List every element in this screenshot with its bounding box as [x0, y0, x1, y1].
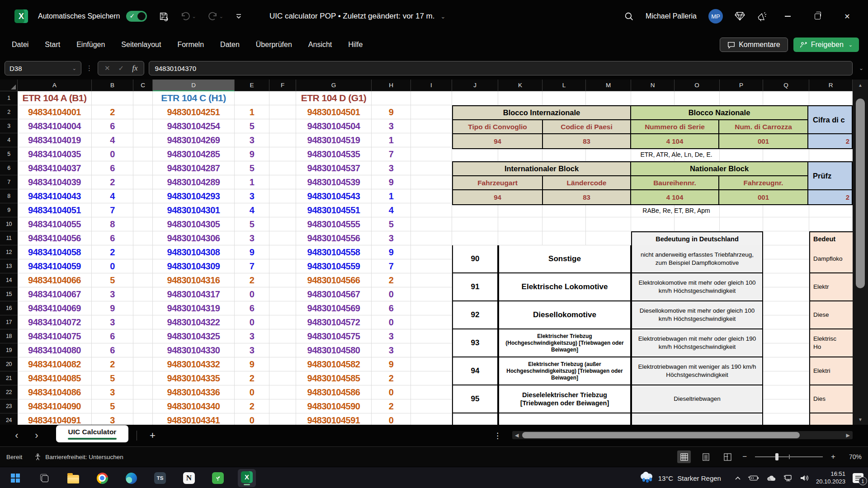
meaning-desc-cell[interactable]: Diesellokomotive mit mehr oder gleich 10…	[631, 300, 763, 329]
ribbon-tab-hilfe[interactable]: Hilfe	[348, 41, 363, 49]
meaning-name-cell[interactable]	[498, 413, 631, 425]
green-app-button[interactable]	[209, 469, 227, 487]
block-table-subheader[interactable]: Nummero di Serie	[631, 120, 719, 134]
ribbon-tab-datei[interactable]: Datei	[12, 41, 28, 49]
vertical-scroll-thumb[interactable]	[856, 99, 865, 288]
block-table-value[interactable]: 4 104	[631, 190, 719, 204]
column-header-M[interactable]: M	[586, 80, 631, 91]
scroll-up-icon[interactable]: ▲	[853, 80, 868, 89]
meaning-code-cell[interactable]: 92	[452, 300, 498, 329]
ribbon-tab-überprüfen[interactable]: Überprüfen	[256, 41, 292, 49]
meaning-right-cell[interactable]: Diese	[809, 300, 853, 329]
block-table-check-value[interactable]: 2	[808, 190, 852, 204]
redo-button[interactable]: ⌄	[208, 12, 223, 21]
block-table-value[interactable]: 94	[453, 190, 543, 204]
block-table-value[interactable]: 94	[453, 134, 543, 148]
search-icon[interactable]	[624, 12, 634, 21]
meaning-name-cell[interactable]: Elektrischer Triebzug (Hochgeschwindigke…	[498, 328, 631, 357]
column-header-O[interactable]: O	[675, 80, 720, 91]
meaning-right-cell[interactable]: Dampfloko	[809, 245, 853, 273]
grid-gap-cell[interactable]	[763, 245, 809, 273]
prev-sheet-icon[interactable]: ‹	[10, 430, 24, 441]
autosave-toggle[interactable]: ✓	[126, 11, 147, 22]
meaning-desc-cell[interactable]: Dieseltriebwagen	[631, 385, 763, 413]
column-header-D[interactable]: D	[153, 80, 235, 91]
meaning-right-cell[interactable]: Elektrisc Ho	[809, 328, 853, 357]
quick-access-toolbar-button[interactable]	[235, 13, 242, 19]
meaning-right-cell[interactable]	[809, 413, 853, 425]
vertical-scrollbar[interactable]: ▲ ▼	[853, 80, 868, 425]
grid-gap-cell[interactable]	[763, 328, 809, 357]
grid-gap-cell[interactable]	[763, 272, 809, 301]
meaning-desc-cell[interactable]: Elektrotriebwagen mit mehr oder gleich 1…	[631, 328, 763, 357]
meaning-header-right[interactable]: Bedeut	[809, 231, 853, 246]
column-header-B[interactable]: B	[92, 80, 133, 91]
meaning-right-cell[interactable]: Elektri	[809, 357, 853, 385]
column-header-C[interactable]: C	[133, 80, 153, 91]
battery-icon[interactable]	[748, 475, 759, 481]
block-table-check-value[interactable]: 2	[808, 134, 852, 148]
meaning-code-cell[interactable]: 90	[452, 245, 498, 273]
normal-view-button[interactable]	[677, 450, 691, 463]
share-button[interactable]: Freigeben ⌄	[793, 38, 859, 52]
chrome-button[interactable]	[93, 469, 111, 487]
add-sheet-button[interactable]: +	[150, 430, 156, 441]
meaning-name-cell[interactable]: Elektrische Lokomotive	[498, 272, 631, 301]
column-header-Q[interactable]: Q	[763, 80, 809, 91]
volume-icon[interactable]	[800, 474, 809, 482]
zoom-level[interactable]: 70%	[844, 453, 862, 460]
meaning-name-cell[interactable]: Dieselelektrischer Triebzug [Triebwagen …	[498, 385, 631, 413]
scroll-right-icon[interactable]: ▶	[846, 432, 850, 438]
document-title[interactable]: UIC calculator POP • Zuletzt geändert: v…	[269, 12, 446, 21]
column-header-G[interactable]: G	[296, 80, 372, 91]
network-icon[interactable]	[783, 474, 793, 482]
block-table-value[interactable]: 001	[719, 190, 808, 204]
block-table-subheader[interactable]: Tipo di Convoglio	[453, 120, 543, 134]
meaning-header[interactable]: Bedeutung in Deutschland	[631, 231, 763, 246]
notification-center-button[interactable]: 1	[853, 473, 863, 483]
meaning-code-cell[interactable]: 93	[452, 328, 498, 357]
minimize-button[interactable]	[778, 16, 797, 17]
horizontal-scrollbar[interactable]: ◀ ▶	[512, 431, 853, 439]
hidden-icons-chevron[interactable]	[735, 476, 741, 480]
meaning-right-cell[interactable]: Dies	[809, 385, 853, 413]
file-explorer-button[interactable]	[64, 469, 82, 487]
meaning-desc-cell[interactable]	[631, 413, 763, 425]
notion-button[interactable]: N	[180, 469, 198, 487]
block-table-subheader[interactable]: Baureihennr.	[631, 176, 719, 190]
meaning-desc-cell[interactable]: Elektrolokomotive mit mehr oder gleich 1…	[631, 272, 763, 301]
excel-app-icon[interactable]: X	[14, 9, 28, 23]
zoom-in-button[interactable]: +	[831, 452, 835, 461]
grid-gap-cell[interactable]	[763, 413, 809, 425]
block-table-subheader[interactable]: Fahrzeugart	[453, 176, 543, 190]
ribbon-tab-start[interactable]: Start	[45, 41, 60, 49]
block-table-title-left[interactable]: Internationaler Block	[453, 162, 631, 176]
block-table-subheader[interactable]: Fahrzeugnr.	[719, 176, 808, 190]
meaning-right-cell[interactable]: Elektr	[809, 272, 853, 301]
scroll-down-icon[interactable]: ▼	[853, 415, 868, 424]
block-table-subheader[interactable]: Num. di Carrozza	[719, 120, 808, 134]
horizontal-scroll-thumb[interactable]	[522, 432, 800, 438]
block-table-title-mid[interactable]: Blocco Nazionale	[631, 106, 808, 120]
block-table-value[interactable]: 4 104	[631, 134, 719, 148]
accessibility-check[interactable]: Barrierefreiheit: Untersuchen	[34, 453, 123, 461]
block-table-title-mid[interactable]: Nationaler Block	[631, 162, 808, 176]
ribbon-tab-daten[interactable]: Daten	[220, 41, 240, 49]
user-name[interactable]: Michael Palleria	[646, 12, 697, 20]
block-table-value[interactable]: 001	[719, 134, 808, 148]
meaning-code-cell[interactable]: 94	[452, 357, 498, 385]
meaning-code-cell[interactable]: 95	[452, 385, 498, 413]
close-button[interactable]: ✕	[838, 12, 856, 21]
column-header-H[interactable]: H	[372, 80, 411, 91]
undo-button[interactable]: ⌄	[180, 12, 196, 21]
ts-app-button[interactable]: TS	[151, 469, 169, 487]
grid-gap-cell[interactable]	[763, 357, 809, 385]
grid-gap-cell[interactable]	[763, 385, 809, 413]
ribbon-tab-einfügen[interactable]: Einfügen	[76, 41, 105, 49]
restore-button[interactable]	[808, 14, 826, 19]
page-break-view-button[interactable]	[721, 450, 734, 463]
select-all-corner[interactable]	[0, 80, 18, 91]
premium-gem-icon[interactable]	[735, 12, 745, 21]
column-header-J[interactable]: J	[452, 80, 498, 91]
zoom-out-button[interactable]: −	[742, 452, 747, 461]
